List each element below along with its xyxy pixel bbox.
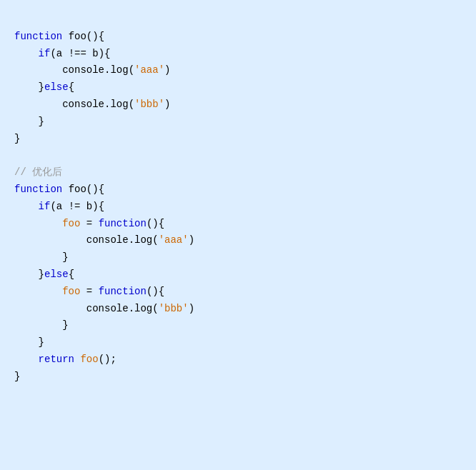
line-2: if(a !== b){ [14, 48, 110, 59]
line-19: } [14, 371, 20, 382]
line-11: console.log('aaa') [14, 234, 194, 246]
line-6: } [14, 116, 44, 127]
line-16: } [14, 319, 69, 331]
line-14: foo = function(){ [14, 286, 164, 297]
line-9: if(a != b){ [14, 201, 104, 212]
line-8: function foo(){ [14, 184, 104, 195]
line-5: console.log('bbb') [14, 99, 170, 110]
line-4: }else{ [14, 81, 74, 93]
line-15: console.log('bbb') [14, 303, 194, 314]
line-17: } [14, 336, 44, 348]
line-18: return foo(); [14, 354, 116, 365]
code-container: function foo(){ if(a !== b){ console.log… [14, 11, 462, 386]
line-7: } [14, 133, 20, 144]
line-1: function foo(){ [14, 31, 104, 42]
line-10: foo = function(){ [14, 218, 164, 229]
line-3: console.log('aaa') [14, 64, 170, 76]
line-12: } [14, 251, 69, 263]
line-13: }else{ [14, 269, 74, 280]
comment-line: // 优化后 [14, 166, 62, 178]
